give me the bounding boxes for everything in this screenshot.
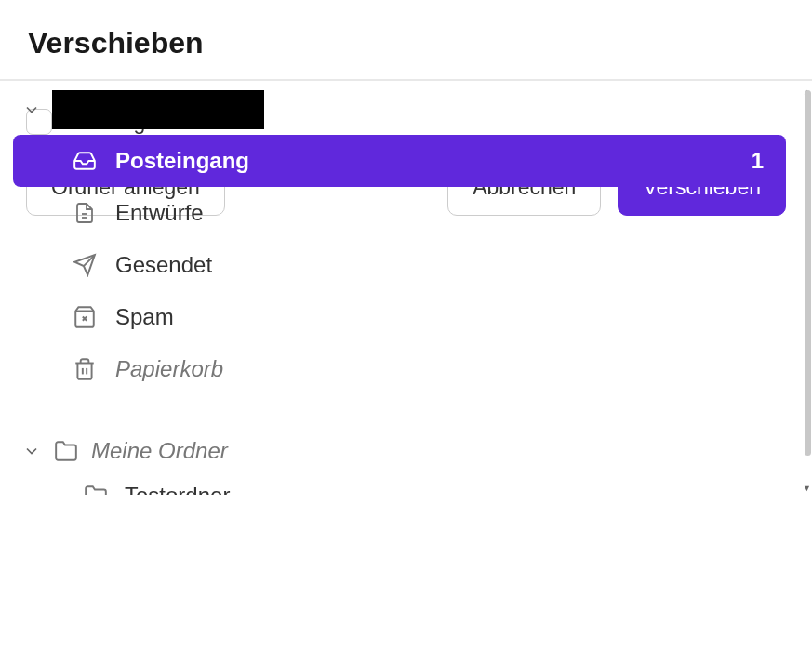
folder-label: Papierkorb — [115, 356, 764, 382]
folder-list-container: Posteingang 1 Entwürfe Gesendet Spam — [0, 90, 799, 495]
folder-count: 1 — [752, 148, 764, 174]
drafts-icon — [73, 201, 97, 225]
folder-label: Posteingang — [115, 148, 733, 174]
dialog-header: Verschieben — [0, 0, 812, 80]
folder-label: Entwürfe — [115, 200, 764, 226]
dialog-title: Verschieben — [28, 26, 784, 60]
folder-item-sent[interactable]: Gesendet — [13, 239, 786, 291]
folder-icon — [84, 484, 108, 495]
folder-item-testordner[interactable]: Testordner — [0, 473, 799, 495]
folder-label: Spam — [115, 304, 764, 330]
chevron-down-icon — [22, 442, 41, 460]
custom-folders-section[interactable]: Meine Ordner — [0, 421, 799, 473]
folder-icon — [54, 439, 78, 463]
move-dialog: Verschieben Posteingang 1 Entwü — [0, 0, 812, 664]
folder-item-spam[interactable]: Spam — [13, 291, 786, 343]
folder-label: Gesendet — [115, 252, 764, 278]
section-label: Meine Ordner — [91, 438, 228, 464]
account-row[interactable] — [0, 90, 799, 135]
folder-label: Testordner — [125, 483, 230, 495]
folder-item-trash[interactable]: Papierkorb — [13, 343, 786, 395]
spam-icon — [73, 305, 97, 329]
chevron-down-icon — [22, 100, 41, 119]
trash-icon — [73, 357, 97, 381]
scroll-down-arrow-icon[interactable]: ▼ — [803, 484, 810, 491]
account-name-redacted — [52, 90, 264, 129]
folder-item-inbox[interactable]: Posteingang 1 — [13, 135, 786, 187]
folder-item-drafts[interactable]: Entwürfe — [13, 187, 786, 239]
sent-icon — [73, 253, 97, 277]
inbox-icon — [73, 149, 97, 173]
scrollbar[interactable] — [805, 90, 811, 456]
